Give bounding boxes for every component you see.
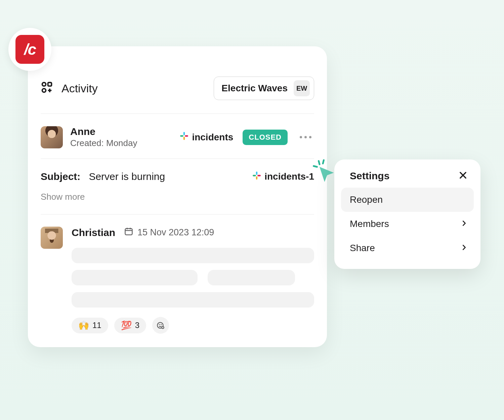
comment-block: Christian 15 Nov 2023 12:09 [28,215,327,334]
chevron-right-icon [460,219,468,229]
page-title: Activity [61,82,98,95]
activity-icon [41,81,54,96]
workspace-name: Electric Waves [221,83,288,94]
status-badge: CLOSED [243,130,288,145]
popover-title: Settings [350,170,389,182]
menu-item-label: Reopen [350,194,383,205]
created-prefix: Created: [70,138,104,148]
svg-rect-10 [253,175,256,176]
comment-skeleton [72,248,314,308]
subject-value: Server is burning [89,171,165,182]
item-meta-row: Anne Created: Monday incidents [28,114,327,158]
menu-item-reopen[interactable]: Reopen [341,188,474,212]
skeleton-line [72,292,314,308]
menu-item-label: Members [350,219,389,229]
item-author-block: Anne Created: Monday [41,126,137,148]
add-reaction-button[interactable] [152,317,169,334]
comment-head: Christian 15 Nov 2023 12:09 [72,227,314,238]
svg-rect-12 [257,175,261,176]
reaction-pill[interactable]: 💯 3 [114,318,146,333]
menu-item-share[interactable]: Share [341,236,474,260]
activity-card: Activity Electric Waves EW Anne Created:… [28,46,327,347]
cursor-indicator-icon [311,158,336,185]
reaction-count: 11 [92,321,101,330]
chevron-right-icon [460,243,468,253]
svg-line-24 [314,166,317,167]
svg-rect-5 [183,132,185,135]
sub-channel-name: incidents-1 [264,171,314,182]
comment-date: 15 Nov 2023 12:09 [124,227,214,238]
brand-logo: /c [8,28,51,71]
workspace-initials: EW [294,80,310,96]
reaction-count: 3 [135,321,139,330]
calendar-icon [124,227,133,238]
subject-label: Subject: [41,171,80,182]
svg-line-25 [323,160,324,164]
reaction-emoji: 💯 [121,320,132,331]
slack-icon [252,171,261,182]
svg-point-0 [42,83,46,86]
sub-channel-link[interactable]: incidents-1 [252,171,314,182]
author-text: Anne Created: Monday [70,126,137,148]
author-created: Created: Monday [70,138,137,148]
brand-logo-text: /c [24,40,36,58]
svg-point-2 [42,89,46,92]
close-icon[interactable] [458,171,468,181]
skeleton-line [72,248,314,263]
avatar [41,227,63,249]
menu-item-members[interactable]: Members [341,212,474,236]
svg-rect-11 [256,176,257,180]
reactions-bar: 🙌 11 💯 3 [72,317,314,334]
popover-menu: ReopenMembersShare [341,188,474,260]
svg-rect-13 [125,229,132,235]
more-menu-button[interactable] [297,133,314,141]
svg-rect-6 [180,135,183,137]
brand-logo-mark: /c [15,35,44,64]
item-meta-right: incidents CLOSED [180,130,314,145]
svg-point-18 [159,324,160,325]
channel-name: incidents [192,132,233,143]
created-value: Monday [106,138,137,148]
header-left: Activity [41,81,98,96]
svg-rect-7 [183,137,185,140]
skeleton-line [72,270,198,285]
reaction-pill[interactable]: 🙌 11 [72,318,108,333]
show-more-link[interactable]: Show more [28,186,327,214]
avatar [41,126,63,148]
channel-link[interactable]: incidents [180,132,233,143]
svg-rect-1 [48,83,52,86]
card-header: Activity Electric Waves EW [28,46,327,113]
skeleton-line [208,270,295,285]
subject: Subject: Server is burning [41,171,165,182]
workspace-selector[interactable]: Electric Waves EW [214,77,314,100]
reaction-emoji: 🙌 [78,320,89,331]
svg-rect-8 [185,135,188,137]
svg-line-23 [319,161,320,165]
comment-body: Christian 15 Nov 2023 12:09 [72,227,314,334]
slack-icon [180,132,188,143]
popover-header: Settings [341,168,474,188]
comment-date-text: 15 Nov 2023 12:09 [137,227,214,238]
menu-item-label: Share [350,243,375,253]
subject-row: Subject: Server is burning incidents-1 [28,159,327,186]
settings-popover: Settings ReopenMembersShare [334,159,480,269]
author-name: Anne [70,126,137,137]
svg-point-19 [161,324,161,325]
svg-rect-9 [256,172,257,175]
comment-author: Christian [72,227,115,238]
